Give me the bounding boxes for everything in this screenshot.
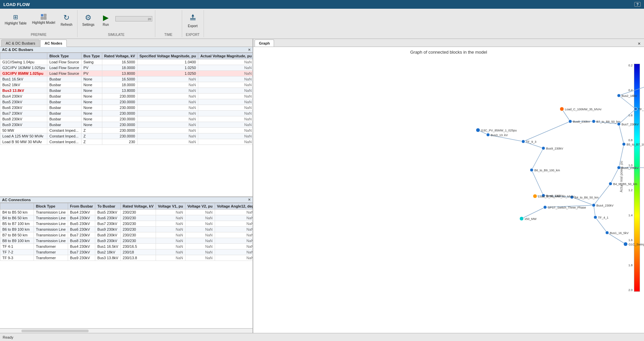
- conn-tobus: Bus8 230kV: [95, 232, 120, 238]
- graph-node[interactable]: SPST_Switch_Three_Phase: [543, 206, 586, 209]
- table-row[interactable]: B4 to B6 50 km Transmission Line Bus4 23…: [0, 215, 253, 221]
- conn-tobus: Bus3 13.8kV: [95, 255, 120, 261]
- graph-node[interactable]: B7_to_B8_50_km: [592, 120, 621, 123]
- table-row[interactable]: B8 to B9 100 km Transmission Line Bus8 2…: [0, 238, 253, 243]
- run-button[interactable]: ▶ Run: [98, 12, 114, 28]
- graph-close-icon[interactable]: ✕: [636, 41, 643, 47]
- graph-edge: [610, 168, 619, 184]
- connections-table-scroll[interactable]: Block Type From Busbar To Busbar Rated V…: [0, 203, 253, 328]
- conn-blocktype: Transmission Line: [34, 209, 68, 215]
- busbar-blocktype: Constant Imped...: [47, 128, 82, 133]
- graph-edge: [619, 124, 624, 144]
- busbar-specv: NaN: [137, 116, 198, 122]
- busbar-ratedv: 18.0000: [102, 82, 137, 88]
- node-label: TF_9_3: [526, 140, 536, 144]
- table-row[interactable]: Bus6 230kV Busbar None 230.0000 NaN NaN …: [0, 105, 253, 111]
- graph-node[interactable]: x50_MW: [520, 217, 537, 221]
- svg-rect-4: [190, 18, 196, 19]
- svg-rect-3: [44, 17, 46, 19]
- busbar-name: Load B 90 MW 30 MVAr: [0, 139, 47, 145]
- busbar-actv: NaN: [198, 122, 253, 128]
- busbar-name: Bus5 230kV: [0, 99, 47, 105]
- graph-node[interactable]: Load_B_90_MW_30_MVAr: [533, 194, 575, 198]
- connections-section: AC Connections ✕ Block Type From Busbar …: [0, 197, 253, 333]
- busbar-ratedv: 230.0000: [102, 99, 137, 105]
- graph-node[interactable]: TF_4_1: [594, 216, 608, 219]
- node-label: x50_MW: [525, 217, 537, 221]
- busbars-close-icon[interactable]: ✕: [248, 48, 251, 52]
- table-row[interactable]: B6 to B9 100 km Transmission Line Bus6 2…: [0, 226, 253, 232]
- node-label: B6_to_B9_100_km: [534, 169, 560, 172]
- graph-node[interactable]: G1C_Swing_1_04pu: [624, 242, 644, 246]
- table-row[interactable]: Bus5 230kV Busbar None 230.0000 NaN NaN …: [0, 99, 253, 105]
- table-row[interactable]: Bus3 13.8kV Busbar None 13.8000 NaN NaN …: [0, 88, 253, 94]
- table-row[interactable]: G1C//Swing 1.04pu Load Flow Source Swing…: [0, 59, 253, 65]
- tab-ac-nodes[interactable]: AC Nodes: [40, 40, 67, 47]
- graph-node[interactable]: G3C_PV_85MW_1_025pu: [476, 128, 517, 132]
- node-circle: [609, 182, 612, 185]
- node-circle: [522, 140, 525, 143]
- graph-node[interactable]: B6_to_B9_100_km: [530, 168, 560, 172]
- table-row[interactable]: Load A 125 MW 50 MVAr Constant Imped... …: [0, 133, 253, 139]
- highlight-table-button[interactable]: ⊞ Highlight Table: [3, 12, 29, 26]
- hscroll-area[interactable]: [0, 328, 253, 333]
- node-label: Load_C_100MW_35_MVAr: [565, 108, 601, 111]
- table-row[interactable]: G2C//PV 163MW 1.025pu Load Flow Source P…: [0, 65, 253, 71]
- graph-node[interactable]: Bus1_16_5kV: [605, 231, 629, 235]
- table-row[interactable]: Load B 90 MW 30 MVAr Constant Imped... Z…: [0, 139, 253, 145]
- graph-node[interactable]: Bus8_230kV: [569, 120, 590, 123]
- table-row[interactable]: 50 MW Constant Imped... Z 230.0000 NaN N…: [0, 128, 253, 133]
- table-row[interactable]: TF 7-2 Transformer Bus7 230kV Bus2 18kV …: [0, 249, 253, 255]
- busbar-ratedv: 13.8000: [102, 71, 137, 76]
- conn-angle: NaN: [215, 215, 253, 221]
- graph-node[interactable]: TF_9_3: [522, 140, 536, 144]
- table-row[interactable]: Bus1 16.5kV Busbar None 16.5000 NaN NaN …: [0, 76, 253, 82]
- help-icon[interactable]: ?: [634, 2, 641, 7]
- tab-ac-dc-busbars[interactable]: AC & DC Busbars: [1, 40, 40, 47]
- busbar-specv: NaN: [137, 94, 198, 99]
- simulate-label: SIMULATE: [108, 33, 124, 37]
- col-bustype-header: Bus Type: [81, 53, 102, 59]
- table-row[interactable]: G3C//PV 85MW 1.025pu Load Flow Source PV…: [0, 71, 253, 76]
- busbars-table-scroll[interactable]: Block Type Bus Type Rated Voltage, kV Sp…: [0, 53, 253, 196]
- highlight-model-button[interactable]: Highlight Model: [30, 12, 57, 26]
- table-row[interactable]: TF 9-3 Transformer Bus9 230kV Bus3 13.8k…: [0, 255, 253, 261]
- busbar-bustype: None: [81, 94, 102, 99]
- busbar-blocktype: Load Flow Source: [47, 65, 82, 71]
- graph-node[interactable]: Bus2_18kV: [617, 94, 637, 98]
- graph-node[interactable]: B5_to_B7_100_km: [622, 143, 644, 146]
- graph-node[interactable]: Bus4_230kV: [592, 204, 613, 207]
- busbar-specv: NaN: [137, 133, 198, 139]
- app-title: LOAD FLOW: [3, 2, 30, 7]
- table-row[interactable]: Bus7 230kV Busbar None 230.0000 NaN NaN …: [0, 111, 253, 116]
- table-row[interactable]: TF 4-1 Transformer Bus4 230kV Bus1 16.5k…: [0, 243, 253, 249]
- graph-node[interactable]: B4_to_B5_50_km: [609, 182, 637, 186]
- graph-node[interactable]: Bus3_13..kV: [486, 133, 508, 137]
- settings-button[interactable]: ⚙ Settings: [80, 12, 96, 28]
- connections-close-icon[interactable]: ✕: [248, 198, 251, 202]
- node-label: SPST_Switch_Three_Phase: [548, 206, 586, 209]
- col-name-header: [0, 53, 47, 59]
- graph-node[interactable]: Load_C_100MW_35_MVAr: [560, 107, 601, 111]
- conn-v1: NaN: [156, 209, 185, 215]
- export-button[interactable]: Export: [185, 12, 201, 29]
- table-row[interactable]: Bus9 230kV Busbar None 230.0000 NaN NaN …: [0, 122, 253, 128]
- graph-node[interactable]: TF_7_2: [634, 107, 644, 111]
- table-row[interactable]: B4 to B5 50 km Transmission Line Bus4 23…: [0, 209, 253, 215]
- graph-node[interactable]: Bus5_230kV: [617, 166, 639, 170]
- graph-tab[interactable]: Graph: [255, 40, 274, 47]
- table-row[interactable]: B7 to B8 50 km Transmission Line Bus7 23…: [0, 232, 253, 238]
- conn-v1-header: Voltage V1, pu: [156, 203, 185, 209]
- table-row[interactable]: B5 to B7 100 km Transmission Line Bus5 2…: [0, 221, 253, 226]
- busbar-ratedv: 230.0000: [102, 105, 137, 111]
- left-panel: AC & DC Busbars AC Nodes AC & DC Busbars…: [0, 39, 253, 333]
- refresh-button[interactable]: ↻ Refresh: [58, 12, 74, 28]
- conn-frombus: Bus4 230kV: [68, 209, 95, 215]
- table-row[interactable]: Bus4 230kV Busbar None 230.0000 NaN NaN …: [0, 94, 253, 99]
- table-row[interactable]: Bus2 18kV Busbar None 18.0000 NaN NaN Na…: [0, 82, 253, 88]
- status-bar: Ready: [0, 333, 644, 341]
- busbar-bustype: None: [81, 105, 102, 111]
- graph-node[interactable]: Bus9_230kV: [542, 147, 563, 150]
- table-row[interactable]: Bus8 230kV Busbar None 230.0000 NaN NaN …: [0, 116, 253, 122]
- conn-tobus: Bus7 230kV: [95, 221, 120, 226]
